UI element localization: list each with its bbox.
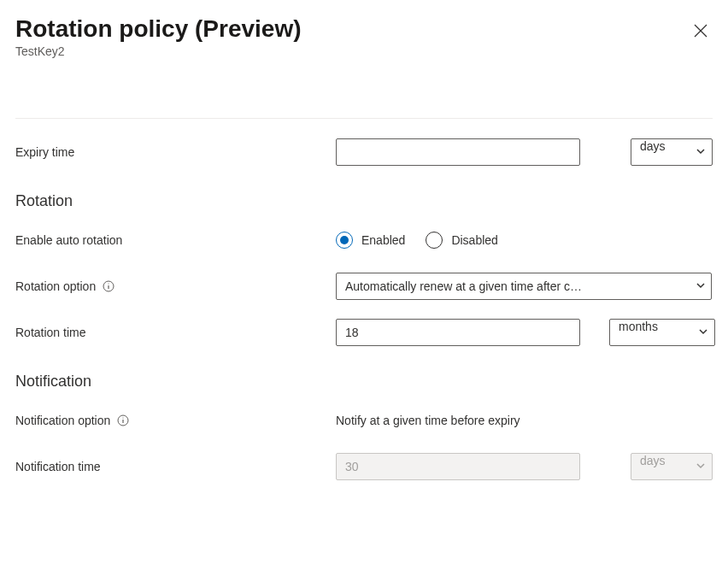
close-button[interactable] xyxy=(689,19,713,45)
svg-point-4 xyxy=(109,283,109,284)
page-subtitle: TestKey2 xyxy=(15,44,302,58)
rotation-option-select[interactable]: Automatically renew at a given time afte… xyxy=(336,273,712,300)
info-icon[interactable] xyxy=(117,414,129,426)
close-icon xyxy=(694,27,707,40)
radio-circle-icon xyxy=(336,232,353,249)
rotation-time-unit-select[interactable]: months xyxy=(609,319,715,346)
divider xyxy=(15,118,713,119)
expiry-time-input[interactable] xyxy=(336,138,580,166)
notification-time-unit-select: days xyxy=(631,453,713,480)
svg-point-7 xyxy=(123,417,124,418)
auto-rotation-radio-group: Enabled Disabled xyxy=(336,232,498,249)
radio-enabled-label: Enabled xyxy=(361,233,405,247)
notification-option-value: Notify at a given time before expiry xyxy=(336,414,520,427)
rotation-heading: Rotation xyxy=(15,192,713,210)
rotation-option-label: Rotation option xyxy=(15,279,336,293)
notification-time-input xyxy=(336,453,580,480)
rotation-time-label: Rotation time xyxy=(15,326,336,339)
enable-auto-rotation-label: Enable auto rotation xyxy=(15,233,336,247)
notification-heading: Notification xyxy=(15,373,713,391)
expiry-time-label: Expiry time xyxy=(15,145,336,159)
page-title: Rotation policy (Preview) xyxy=(15,15,302,43)
rotation-time-input[interactable] xyxy=(336,319,580,346)
radio-enabled[interactable]: Enabled xyxy=(336,232,405,249)
radio-disabled[interactable]: Disabled xyxy=(426,232,497,249)
notification-time-label: Notification time xyxy=(15,460,336,473)
notification-option-label: Notification option xyxy=(15,414,336,427)
radio-disabled-label: Disabled xyxy=(451,233,497,247)
expiry-time-unit-select[interactable]: days xyxy=(631,138,713,166)
radio-circle-icon xyxy=(426,232,443,249)
info-icon[interactable] xyxy=(103,280,114,292)
